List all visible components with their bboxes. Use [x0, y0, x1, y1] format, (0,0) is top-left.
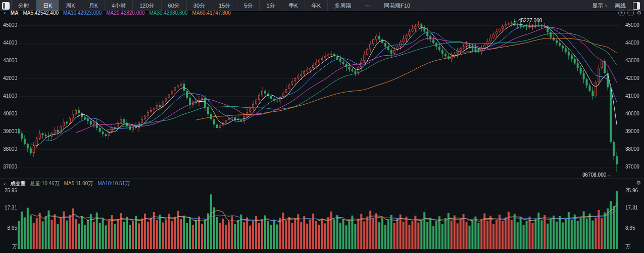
low-annotation: 36708.000→ — [582, 172, 611, 178]
price-axis-label: 40000 — [625, 111, 642, 116]
volume-axis-label: 8.65 — [1, 225, 17, 231]
price-axis-label: 44000 — [1, 40, 17, 46]
volume-axis-label: 17.31 — [625, 205, 642, 210]
draw-line-button[interactable]: 画线 — [615, 2, 626, 10]
more-periods-button[interactable]: ⋯ — [358, 0, 377, 11]
volume-axis-label: 25.96 — [625, 188, 642, 193]
price-axis-label: 42000 — [625, 75, 642, 81]
volume-pane-tools: ⚙ — [636, 180, 641, 186]
volume-ma10-value: MA10:10.51万 — [97, 180, 130, 187]
tab-multi-period[interactable]: 多周期 — [328, 0, 358, 11]
zoom-in-icon[interactable]: + — [618, 10, 625, 16]
chevron-down-icon: ∨ — [605, 4, 608, 8]
tab-monthly-k[interactable]: 月K — [82, 0, 105, 11]
volume-legend: ∨ 成交量 总量:10.46万 MA5:11.00万 MA10:10.51万 — [3, 180, 130, 187]
price-axis-label: 38000 — [625, 146, 642, 152]
ma10-value: MA10:42923.000 — [63, 10, 102, 16]
tab-15min[interactable]: 15分 — [212, 0, 237, 11]
price-axis-label: 38000 — [1, 146, 17, 152]
price-chart-canvas[interactable] — [0, 17, 644, 178]
volume-ma5-value: MA5:11.00万 — [64, 180, 93, 187]
price-settings-gear-icon[interactable]: ⚙ — [636, 10, 641, 16]
price-axis-label: 37000 — [1, 164, 17, 170]
tab-yearly-k[interactable]: 年K — [305, 0, 328, 11]
price-axis-label: 41000 — [1, 93, 17, 99]
tab-5min[interactable]: 5分 — [237, 0, 260, 11]
tab-30min[interactable]: 30分 — [187, 0, 212, 11]
tab-ths-f10[interactable]: 同花顺F10 — [377, 0, 417, 11]
tab-timeshare[interactable]: 分时 — [12, 0, 36, 11]
tab-1min[interactable]: 1分 — [260, 0, 282, 11]
volume-axis-unit: 万 — [625, 243, 642, 250]
ma30-value: MA30:42680.600 — [149, 10, 187, 16]
tab-weekly-k[interactable]: 周K — [59, 0, 82, 11]
price-legend: ∨ MA MA5:42542.400 MA10:42923.000 MA20:4… — [3, 10, 231, 16]
ma5-value: MA5:42542.400 — [23, 10, 59, 16]
tab-60min[interactable]: 60分 — [162, 0, 187, 11]
ma20-value: MA20:42820.000 — [106, 10, 144, 16]
high-annotation: ←45227.000 — [513, 18, 542, 23]
price-axis-label: 45000 — [625, 22, 642, 28]
tab-120min[interactable]: 120分 — [133, 0, 161, 11]
tab-daily-k[interactable]: 日K — [36, 0, 59, 11]
volume-settings-gear-icon[interactable]: ⚙ — [636, 180, 641, 186]
draw-line-label: 画线 — [615, 2, 626, 10]
price-axis-label: 41000 — [625, 93, 642, 99]
trading-chart-app: 分时 日K 周K 月K 4小时 120分 60分 30分 15分 5分 1分 季… — [0, 0, 644, 253]
panel-toggle-icon[interactable] — [633, 2, 640, 10]
volume-chart-canvas[interactable] — [0, 186, 644, 250]
price-axis-label: 42000 — [1, 75, 17, 81]
display-dropdown-label: 显示 — [592, 2, 603, 10]
price-axis-label: 39000 — [625, 129, 642, 134]
price-axis-label: 40000 — [1, 111, 17, 116]
volume-axis-unit: 万 — [1, 243, 17, 250]
price-axis-label: 43000 — [1, 58, 17, 63]
layout-icon-glyph — [2, 2, 10, 10]
collapse-volume-icon[interactable]: ∨ — [3, 182, 6, 186]
price-axis-label: 44000 — [625, 40, 642, 46]
ma-legend-title: MA — [11, 10, 19, 16]
zoom-out-icon[interactable]: − — [627, 10, 634, 16]
price-pane-tools: + − ⚙ — [618, 10, 641, 16]
tab-quarterly-k[interactable]: 季K — [282, 0, 305, 11]
layout-icon[interactable] — [0, 0, 12, 11]
volume-total-value: 总量:10.46万 — [30, 180, 60, 187]
collapse-ma-icon[interactable]: ∨ — [3, 11, 6, 15]
volume-legend-title: 成交量 — [11, 180, 26, 187]
price-axis-label: 37000 — [625, 164, 642, 170]
price-axis-label: 39000 — [1, 129, 17, 134]
volume-axis-label: 25.96 — [1, 188, 17, 193]
ma60-value: MA60:41747.800 — [192, 10, 231, 16]
volume-axis-label: 8.65 — [625, 225, 642, 231]
tab-4hour[interactable]: 4小时 — [105, 0, 133, 11]
display-dropdown[interactable]: 显示 ∨ — [592, 2, 608, 10]
pane-divider — [0, 178, 644, 179]
volume-axis-label: 17.31 — [1, 205, 17, 210]
price-axis-label: 43000 — [625, 58, 642, 63]
price-axis-label: 45000 — [1, 22, 17, 28]
